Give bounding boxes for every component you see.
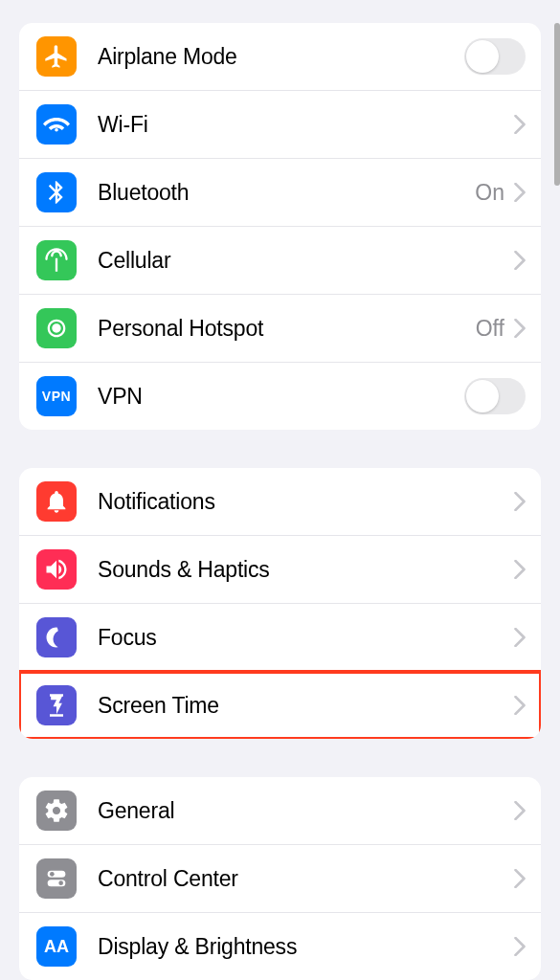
row-value: On <box>475 180 504 206</box>
chevron-right-icon <box>514 183 526 202</box>
notifications-icon <box>36 481 77 522</box>
row-label: Bluetooth <box>98 180 475 206</box>
row-label: Personal Hotspot <box>98 316 476 342</box>
scrollbar[interactable] <box>554 23 560 186</box>
row-label: VPN <box>98 384 464 410</box>
row-screentime[interactable]: Screen Time <box>19 672 541 739</box>
settings-group: GeneralControl CenterAADisplay & Brightn… <box>19 777 541 980</box>
row-wifi[interactable]: Wi-Fi <box>19 91 541 159</box>
focus-icon <box>36 617 77 657</box>
chevron-right-icon <box>514 560 526 579</box>
row-label: Screen Time <box>98 693 514 719</box>
hotspot-icon <box>36 308 77 348</box>
row-cellular[interactable]: Cellular <box>19 227 541 295</box>
row-value: Off <box>476 316 504 342</box>
chevron-right-icon <box>514 492 526 511</box>
row-focus[interactable]: Focus <box>19 604 541 672</box>
display-icon: AA <box>36 926 77 967</box>
chevron-right-icon <box>514 696 526 715</box>
row-airplane[interactable]: Airplane Mode <box>19 23 541 91</box>
row-label: Airplane Mode <box>98 44 464 70</box>
row-general[interactable]: General <box>19 777 541 845</box>
row-label: Cellular <box>98 248 514 274</box>
svg-point-2 <box>50 872 55 877</box>
sounds-icon <box>36 549 77 590</box>
general-icon <box>36 791 77 831</box>
chevron-right-icon <box>514 937 526 956</box>
row-label: Wi-Fi <box>98 112 514 138</box>
settings-group: NotificationsSounds & HapticsFocusScreen… <box>19 468 541 739</box>
row-label: Focus <box>98 625 514 651</box>
row-display[interactable]: AADisplay & Brightness <box>19 913 541 980</box>
chevron-right-icon <box>514 115 526 134</box>
row-label: Sounds & Haptics <box>98 557 514 583</box>
settings-group: Airplane ModeWi-FiBluetoothOnCellularPer… <box>19 23 541 430</box>
controlcenter-icon <box>36 858 77 899</box>
cellular-icon <box>36 240 77 280</box>
row-notifications[interactable]: Notifications <box>19 468 541 536</box>
row-label: Notifications <box>98 489 514 515</box>
chevron-right-icon <box>514 628 526 647</box>
airplane-toggle[interactable] <box>464 38 526 75</box>
vpn-icon: VPN <box>36 376 77 416</box>
chevron-right-icon <box>514 251 526 270</box>
row-sounds[interactable]: Sounds & Haptics <box>19 536 541 604</box>
row-label: Control Center <box>98 866 514 892</box>
svg-point-3 <box>58 880 63 885</box>
bluetooth-icon <box>36 172 77 212</box>
airplane-icon <box>36 36 77 77</box>
row-vpn[interactable]: VPNVPN <box>19 363 541 430</box>
row-label: Display & Brightness <box>98 934 514 960</box>
screentime-icon <box>36 685 77 725</box>
row-bluetooth[interactable]: BluetoothOn <box>19 159 541 227</box>
row-label: General <box>98 798 514 824</box>
chevron-right-icon <box>514 801 526 820</box>
chevron-right-icon <box>514 869 526 888</box>
row-controlcenter[interactable]: Control Center <box>19 845 541 913</box>
row-hotspot[interactable]: Personal HotspotOff <box>19 295 541 363</box>
chevron-right-icon <box>514 319 526 338</box>
wifi-icon <box>36 104 77 145</box>
vpn-toggle[interactable] <box>464 378 526 414</box>
